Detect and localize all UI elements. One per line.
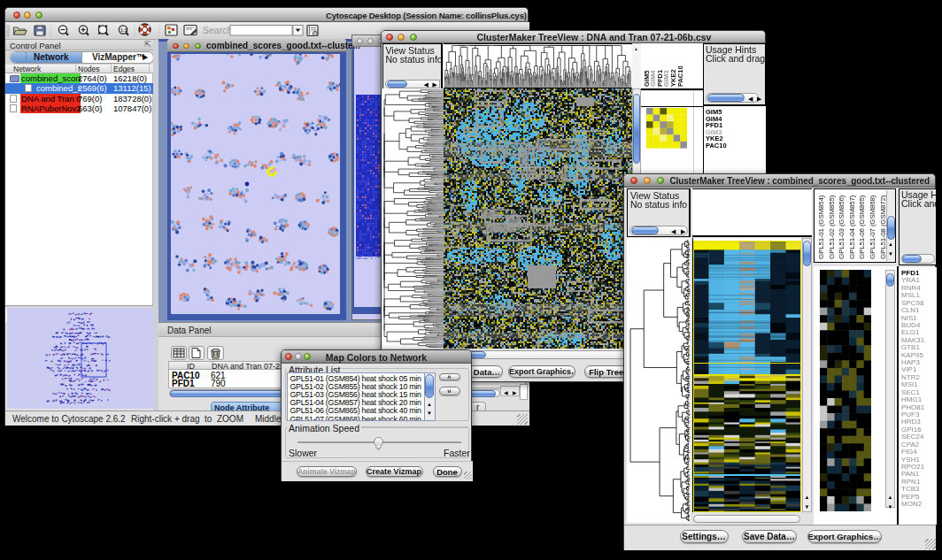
svg-text:1:1: 1:1 [120, 27, 127, 33]
